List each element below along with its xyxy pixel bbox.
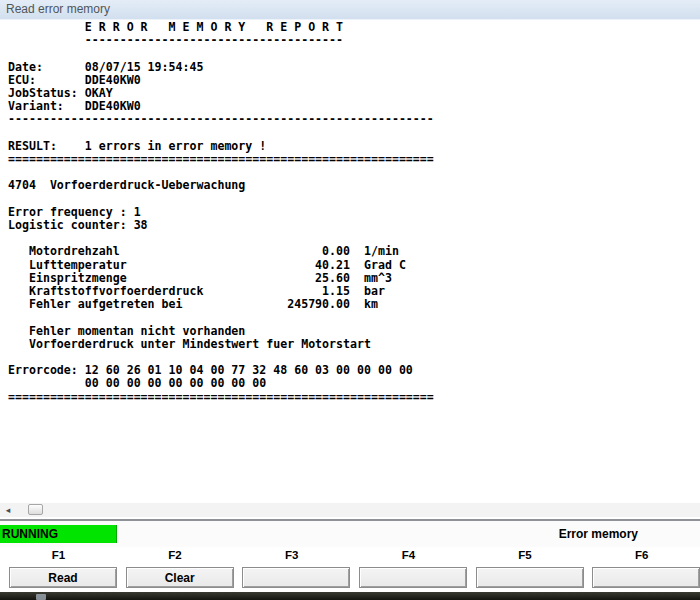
error-memory-report-text: E R R O R M E M O R Y R E P O R T ------… — [8, 21, 434, 404]
f6-button[interactable] — [592, 567, 700, 588]
f5-button[interactable] — [476, 567, 584, 588]
clear-button[interactable]: Clear — [126, 567, 234, 588]
fkey-label-f2: F2 — [117, 547, 234, 564]
fkey-label-f6: F6 — [583, 547, 700, 564]
function-key-labels: F1 F2 F3 F4 F5 F6 — [0, 547, 700, 564]
horizontal-scrollbar[interactable]: ◂ — [0, 503, 700, 517]
window-titlebar: Read error memory — [0, 0, 700, 20]
status-bar: RUNNING Error memory — [0, 521, 700, 547]
taskbar-edge[interactable] — [0, 592, 700, 600]
f4-button[interactable] — [359, 567, 467, 588]
window-title: Read error memory — [6, 2, 110, 16]
fkey-label-f4: F4 — [350, 547, 467, 564]
function-button-row: Read Clear — [0, 564, 700, 592]
fkey-label-f5: F5 — [467, 547, 584, 564]
fkey-label-f3: F3 — [233, 547, 350, 564]
screen-name-label: Error memory — [559, 525, 638, 543]
fkey-label-f1: F1 — [0, 547, 117, 564]
taskbar-tray-icon — [36, 594, 46, 600]
f3-button[interactable] — [242, 567, 350, 588]
scrollbar-thumb[interactable] — [28, 504, 43, 515]
status-running-badge: RUNNING — [0, 525, 117, 543]
report-panel: E R R O R M E M O R Y R E P O R T ------… — [0, 20, 700, 503]
read-button[interactable]: Read — [9, 567, 117, 588]
scroll-left-arrow-icon[interactable]: ◂ — [2, 503, 14, 517]
